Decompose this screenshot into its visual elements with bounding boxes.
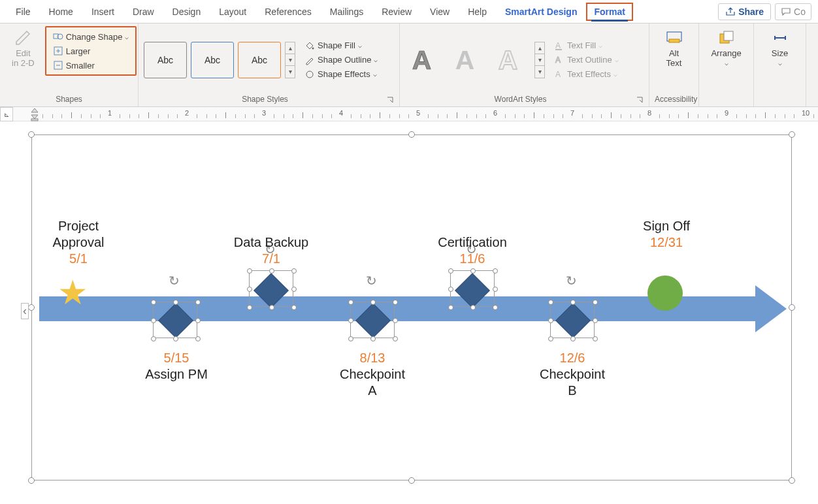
- selection-handle[interactable]: [28, 477, 35, 484]
- wordart-a-icon: A: [409, 44, 440, 76]
- tab-layout[interactable]: Layout: [210, 3, 255, 21]
- tab-view[interactable]: View: [421, 3, 459, 21]
- tab-format[interactable]: Format: [586, 3, 632, 21]
- wordart-preset-1[interactable]: A: [405, 40, 444, 80]
- gallery-more-icon[interactable]: ▾: [535, 66, 544, 78]
- selection-handle[interactable]: [408, 131, 415, 138]
- change-shape-icon: [53, 31, 63, 42]
- chevron-down-icon: ⌵: [373, 71, 377, 78]
- tab-mailings[interactable]: Mailings: [321, 3, 372, 21]
- indent-marker-icon[interactable]: [30, 107, 39, 121]
- timeline-date: 12/6: [530, 350, 615, 366]
- wordart-gallery-scroll[interactable]: ▴ ▾ ▾: [534, 42, 545, 78]
- selection-handle[interactable]: [28, 304, 35, 311]
- tab-design[interactable]: Design: [163, 3, 210, 21]
- svg-marker-17: [31, 108, 38, 112]
- alt-text-button[interactable]: Alt Text: [659, 26, 690, 71]
- timeline-node-selected[interactable]: [550, 302, 595, 338]
- document-canvas[interactable]: ‹ ★ ↻ ↻ ↻ ↻: [0, 121, 818, 504]
- group-arrange-label: [704, 93, 748, 105]
- wordart-preset-3[interactable]: A: [491, 40, 531, 80]
- share-icon: [725, 7, 736, 17]
- text-fill-button[interactable]: A Text Fill ⌵: [551, 39, 621, 52]
- tab-file[interactable]: File: [7, 3, 40, 21]
- size-button[interactable]: Size ⌵: [764, 26, 796, 69]
- rotate-handle-icon[interactable]: ↻: [169, 273, 180, 289]
- timeline-label: Sign Off 12/31: [627, 218, 706, 251]
- bucket-icon: [304, 40, 315, 51]
- selection-handle[interactable]: [789, 477, 795, 484]
- style-preset-1-label: Abc: [157, 55, 173, 65]
- selection-handle[interactable]: [408, 477, 415, 484]
- gallery-down-icon[interactable]: ▾: [535, 54, 544, 66]
- timeline-title: Checkpoint A: [330, 366, 415, 399]
- style-preset-1[interactable]: Abc: [144, 42, 187, 78]
- text-effects-icon: A: [554, 69, 564, 80]
- text-effects-button[interactable]: A Text Effects ⌵: [551, 68, 621, 81]
- timeline-star-marker[interactable]: ★: [57, 273, 88, 312]
- shape-fill-label: Shape Fill: [318, 40, 355, 50]
- shape-outline-button[interactable]: Shape Outline ⌵: [302, 54, 380, 67]
- wordart-dialog-launcher[interactable]: [636, 96, 644, 104]
- layout-options-button[interactable]: ‹: [21, 303, 29, 319]
- svg-text:A: A: [412, 45, 431, 75]
- larger-button[interactable]: Larger: [50, 44, 132, 57]
- shape-styles-dialog-launcher[interactable]: [386, 96, 394, 104]
- rotate-handle-icon[interactable]: ↻: [366, 273, 377, 289]
- edit-2d-label: Edit in 2-D: [12, 48, 35, 68]
- tab-home[interactable]: Home: [40, 3, 82, 21]
- svg-text:A: A: [455, 45, 474, 75]
- chevron-down-icon: ⌵: [778, 59, 782, 67]
- effects-icon: [304, 69, 315, 80]
- shape-fill-button[interactable]: Shape Fill ⌵: [302, 39, 380, 52]
- timeline-date: 5/1: [39, 251, 118, 267]
- smaller-button[interactable]: Smaller: [50, 59, 132, 72]
- chevron-down-icon: ⌵: [615, 56, 619, 63]
- selection-handle[interactable]: [789, 131, 795, 138]
- timeline-label: Project Approval 5/1: [39, 218, 118, 267]
- timeline-label: Certification 11/6: [423, 234, 521, 267]
- timeline-node-selected[interactable]: [249, 270, 293, 307]
- svg-text:A: A: [555, 55, 561, 65]
- timeline-circle-marker[interactable]: [647, 276, 683, 311]
- text-outline-button[interactable]: A Text Outline ⌵: [551, 54, 621, 67]
- change-shape-button[interactable]: Change Shape ⌵: [50, 30, 132, 43]
- timeline-node-selected[interactable]: [350, 302, 395, 338]
- style-preset-3[interactable]: Abc: [238, 42, 281, 78]
- tab-help[interactable]: Help: [459, 3, 496, 21]
- shape-effects-label: Shape Effects: [318, 69, 370, 79]
- alt-text-icon: [665, 29, 683, 47]
- gallery-up-icon[interactable]: ▴: [535, 42, 544, 54]
- svg-rect-14: [669, 39, 679, 42]
- arrange-button[interactable]: Arrange ⌵: [704, 26, 747, 69]
- rotate-handle-icon[interactable]: ↻: [566, 273, 577, 289]
- wordart-preset-2[interactable]: A: [448, 40, 487, 80]
- group-arrange: Arrange ⌵: [699, 24, 754, 106]
- tab-insert[interactable]: Insert: [82, 3, 123, 21]
- tab-review[interactable]: Review: [372, 3, 421, 21]
- selection-handle[interactable]: [789, 304, 795, 311]
- gallery-more-icon[interactable]: ▾: [286, 66, 295, 78]
- tab-selector-button[interactable]: ⊾: [0, 107, 13, 121]
- shape-effects-button[interactable]: Shape Effects ⌵: [302, 68, 380, 81]
- style-gallery-scroll[interactable]: ▴ ▾ ▾: [285, 42, 295, 78]
- style-preset-2[interactable]: Abc: [191, 42, 234, 78]
- comments-label: Co: [794, 7, 806, 17]
- gallery-up-icon[interactable]: ▴: [286, 42, 295, 54]
- tab-references[interactable]: References: [255, 3, 321, 21]
- share-button[interactable]: Share: [718, 3, 771, 20]
- timeline-node-selected[interactable]: [153, 302, 197, 338]
- timeline-arrow-head: [755, 285, 787, 332]
- selection-handle[interactable]: [28, 131, 35, 138]
- timeline-node-selected[interactable]: [450, 270, 495, 307]
- tab-smartart-design[interactable]: SmartArt Design: [496, 3, 586, 21]
- group-shapes-label: Shapes: [5, 93, 133, 105]
- edit-in-2d-button[interactable]: Edit in 2-D: [5, 26, 41, 71]
- chevron-down-icon: ⌵: [125, 33, 129, 40]
- tab-draw[interactable]: Draw: [123, 3, 163, 21]
- arrange-icon: [717, 29, 736, 47]
- timeline-date: 7/1: [222, 251, 320, 267]
- gallery-down-icon[interactable]: ▾: [286, 54, 295, 66]
- timeline-title: Assign PM: [134, 366, 219, 383]
- comments-button[interactable]: Co: [775, 3, 811, 20]
